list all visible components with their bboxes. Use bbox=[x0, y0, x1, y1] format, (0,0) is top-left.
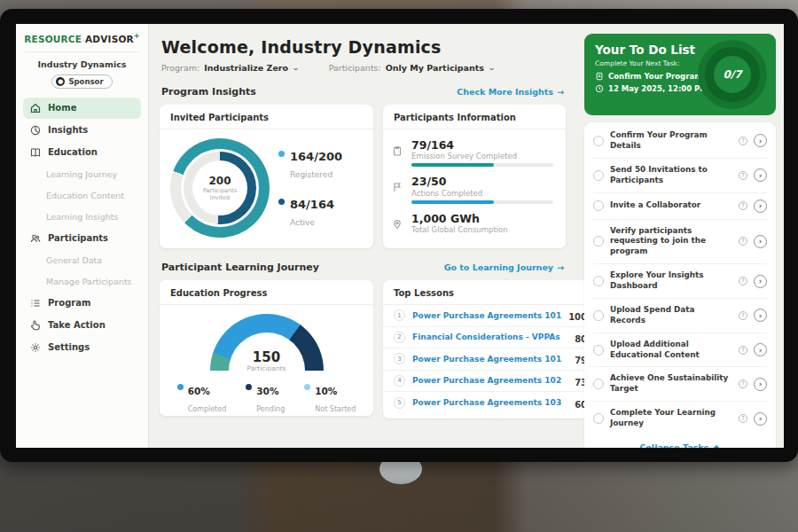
participants-filter-value: Only My Participants bbox=[386, 63, 484, 73]
sidebar-item-take-action[interactable]: Take Action bbox=[23, 315, 141, 336]
gauge-center-label: Participants bbox=[210, 364, 324, 371]
checkbox-icon[interactable] bbox=[593, 413, 604, 424]
todo-item[interactable]: Upload Spend Data Records ? › bbox=[593, 299, 767, 333]
education-progress-card: Education Progress 150 Participants bbox=[160, 280, 373, 416]
location-pin-icon bbox=[392, 213, 404, 237]
checkbox-icon[interactable] bbox=[593, 170, 604, 181]
help-icon[interactable]: ? bbox=[739, 201, 747, 210]
sidebar-item-label: Participants bbox=[48, 233, 108, 243]
todo-progress-value: 0/7 bbox=[723, 68, 741, 81]
sidebar-item-home[interactable]: Home bbox=[23, 98, 141, 119]
learning-cards-row: Education Progress 150 Participants bbox=[160, 280, 566, 419]
todo-item-label: Explore Your Insights Dashboard bbox=[610, 270, 732, 292]
todo-item-label: Invite a Collaborator bbox=[610, 200, 732, 211]
donut-center-label: Participants Invited bbox=[192, 187, 247, 202]
sidebar-item-program[interactable]: Program bbox=[23, 293, 141, 314]
help-icon[interactable]: ? bbox=[739, 237, 747, 246]
todo-progress-ring: 0/7 bbox=[698, 40, 767, 109]
chevron-right-icon[interactable]: › bbox=[754, 343, 767, 356]
sidebar-item-label: Learning Insights bbox=[46, 212, 118, 222]
checkbox-icon[interactable] bbox=[593, 345, 604, 356]
checkbox-icon[interactable] bbox=[593, 236, 604, 246]
help-icon[interactable]: ? bbox=[739, 414, 747, 423]
sidebar-item-participants[interactable]: Participants bbox=[23, 228, 141, 249]
logo-plus: + bbox=[134, 32, 140, 40]
help-icon[interactable]: ? bbox=[739, 311, 747, 320]
sidebar-item-education-content[interactable]: Education Content bbox=[23, 185, 141, 206]
todo-item-label: Achieve One Sustainability Target bbox=[610, 373, 732, 395]
sidebar-item-insights[interactable]: Insights bbox=[23, 120, 141, 141]
sponsor-badge[interactable]: ● Sponsor bbox=[51, 74, 112, 89]
lesson-link[interactable]: Power Purchase Agreements 103 bbox=[412, 398, 567, 407]
chevron-right-icon[interactable]: › bbox=[754, 378, 767, 391]
todo-item[interactable]: Upload Additional Educational Content ? … bbox=[593, 333, 767, 368]
chevron-right-icon[interactable]: › bbox=[754, 235, 767, 248]
sidebar-item-learning-insights[interactable]: Learning Insights bbox=[23, 207, 141, 227]
todo-item[interactable]: Invite a Collaborator ? › bbox=[593, 193, 767, 220]
todo-item[interactable]: Confirm Your Program Details ? › bbox=[593, 124, 767, 159]
help-icon[interactable]: ? bbox=[739, 277, 747, 286]
arrow-right-icon: → bbox=[557, 262, 564, 272]
chevron-right-icon[interactable]: › bbox=[754, 412, 767, 426]
help-icon[interactable]: ? bbox=[739, 346, 747, 355]
checkbox-icon[interactable] bbox=[593, 200, 604, 211]
collapse-tasks-link[interactable]: Collapse Tasks bbox=[593, 435, 767, 448]
checkbox-icon[interactable] bbox=[593, 310, 604, 321]
sidebar-item-label: Settings bbox=[48, 342, 90, 352]
legend-value: 60% bbox=[188, 386, 210, 396]
progress-bar bbox=[411, 200, 553, 204]
stat-row-emission-survey: 79/164 Emission Survey Completed bbox=[392, 135, 553, 171]
education-legend: 60% Completed 30% Pending 10% Not Starte… bbox=[177, 381, 356, 415]
education-gauge-chart: 150 Participants bbox=[210, 314, 324, 371]
todo-item[interactable]: Complete Your Learning Journey ? › bbox=[593, 402, 767, 435]
program-filter[interactable]: Program: Industrialize Zero ⌄ bbox=[161, 63, 299, 73]
legend-label: Pending bbox=[256, 405, 285, 413]
check-more-insights-link[interactable]: Check More Insights→ bbox=[457, 87, 564, 97]
lesson-link[interactable]: Power Purchase Agreements 102 bbox=[412, 376, 567, 385]
chevron-right-icon[interactable]: › bbox=[754, 134, 767, 147]
lesson-link[interactable]: Power Purchase Agreements 101 bbox=[412, 311, 561, 320]
sidebar-item-education[interactable]: Education bbox=[23, 142, 141, 163]
participants-filter[interactable]: Participants: Only My Participants ⌄ bbox=[329, 63, 495, 73]
document-icon bbox=[595, 72, 604, 81]
todo-item[interactable]: Send 50 Invitations to Participants ? › bbox=[593, 159, 767, 193]
help-icon[interactable]: ? bbox=[739, 137, 747, 145]
chevron-right-icon[interactable]: › bbox=[754, 309, 767, 322]
sidebar-item-learning-journey[interactable]: Learning Journey bbox=[23, 164, 141, 184]
help-icon[interactable]: ? bbox=[739, 171, 747, 180]
sidebar-item-manage-participants[interactable]: Manage Participants bbox=[23, 271, 141, 292]
chevron-right-icon[interactable]: › bbox=[754, 275, 767, 288]
chevron-right-icon[interactable]: › bbox=[754, 200, 767, 213]
flag-icon bbox=[392, 176, 404, 206]
chevron-right-icon[interactable]: › bbox=[754, 168, 767, 182]
program-filter-value: Industrialize Zero bbox=[204, 63, 288, 73]
todo-item-label: Complete Your Learning Journey bbox=[610, 408, 732, 429]
section-title: Program Insights bbox=[161, 86, 256, 98]
lesson-link[interactable]: Financial Considerations - VPPAs bbox=[412, 332, 567, 341]
todo-item[interactable]: Achieve One Sustainability Target ? › bbox=[593, 367, 767, 402]
lesson-link[interactable]: Power Purchase Agreements 101 bbox=[412, 355, 567, 364]
stat-label: Emission Survey Completed bbox=[411, 152, 553, 160]
insights-cards-row: Invited Participants 200 Participants In… bbox=[160, 105, 566, 248]
go-to-learning-journey-link[interactable]: Go to Learning Journey→ bbox=[444, 262, 564, 272]
sidebar-item-general-data[interactable]: General Data bbox=[23, 250, 141, 270]
sidebar-item-settings[interactable]: Settings bbox=[23, 337, 141, 358]
app-logo: RESOURCE ADVISOR+ bbox=[16, 32, 148, 51]
help-icon[interactable]: ? bbox=[739, 379, 747, 388]
page-title: Welcome, Industry Dynamics bbox=[161, 37, 576, 57]
checkbox-icon[interactable] bbox=[593, 136, 604, 146]
org-name: Industry Dynamics bbox=[16, 59, 148, 69]
todo-item[interactable]: Verify participants requesting to join t… bbox=[593, 220, 767, 265]
checkbox-icon[interactable] bbox=[593, 276, 604, 286]
gauge-center-value: 150 bbox=[210, 351, 324, 364]
legend-dot bbox=[278, 151, 285, 157]
legend-item-registered: 164/200 Registered bbox=[278, 147, 342, 181]
chevron-down-icon: ⌄ bbox=[292, 64, 300, 72]
todo-item[interactable]: Explore Your Insights Dashboard ? › bbox=[593, 264, 767, 299]
todo-item-label: Upload Spend Data Records bbox=[610, 305, 732, 326]
participants-information-card: Participants Information 79/164 Emission… bbox=[383, 105, 566, 248]
donut-center-value: 200 bbox=[208, 175, 231, 187]
stat-label: Actions Completed bbox=[411, 189, 553, 198]
legend-item-not-started: 10% Not Started bbox=[304, 381, 356, 415]
checkbox-icon[interactable] bbox=[593, 379, 604, 389]
